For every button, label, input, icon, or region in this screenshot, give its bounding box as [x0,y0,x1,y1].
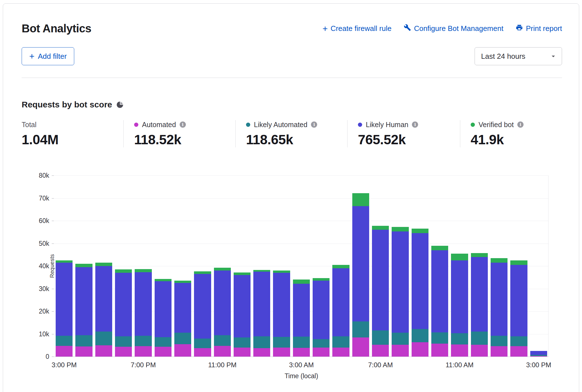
bar-segment-verified-bot[interactable] [214,268,231,271]
bar-segment-likely-automated[interactable] [352,321,369,337]
bar-5:00 AM[interactable] [331,175,351,357]
bar-8:00 PM[interactable] [153,175,173,357]
bar-segment-likely-human[interactable] [214,271,231,335]
bar-segment-verified-bot[interactable] [174,281,191,283]
bar-segment-verified-bot[interactable] [431,246,448,250]
bar-4:00 AM[interactable] [311,175,331,357]
bar-10:00 AM[interactable] [430,175,450,357]
bar-segment-likely-automated[interactable] [313,339,330,348]
bar-2:00 AM[interactable] [272,175,291,357]
bar-segment-likely-human[interactable] [75,267,92,335]
bar-segment-verified-bot[interactable] [135,269,152,272]
bar-segment-automated[interactable] [194,348,211,357]
bar-segment-verified-bot[interactable] [412,229,428,233]
bar-6:00 AM[interactable] [351,175,371,357]
bar-3:00 PM[interactable] [54,175,74,357]
bar-segment-likely-human[interactable] [392,231,409,333]
bar-1:00 PM[interactable] [489,175,509,357]
bar-segment-verified-bot[interactable] [313,278,330,281]
bar-segment-automated[interactable] [174,344,191,357]
bar-7:00 PM[interactable] [133,175,153,357]
bar-segment-automated[interactable] [135,346,152,357]
bar-segment-likely-human[interactable] [135,272,152,336]
bar-8:00 AM[interactable] [390,175,410,357]
bar-segment-verified-bot[interactable] [273,271,290,273]
bar-3:00 AM[interactable] [292,175,311,357]
bar-segment-verified-bot[interactable] [95,263,112,266]
bar-segment-likely-human[interactable] [194,274,211,338]
bar-segment-likely-human[interactable] [273,273,290,337]
bar-segment-likely-human[interactable] [491,263,507,336]
bar-segment-likely-automated[interactable] [253,336,270,348]
bar-segment-automated[interactable] [273,348,290,357]
bar-segment-verified-bot[interactable] [155,279,172,281]
bar-segment-verified-bot[interactable] [56,260,73,263]
bar-segment-likely-human[interactable] [95,266,112,332]
bar-segment-likely-automated[interactable] [332,336,349,348]
bar-segment-likely-automated[interactable] [135,336,152,346]
bar-segment-verified-bot[interactable] [293,280,310,283]
bar-segment-automated[interactable] [392,345,409,357]
bar-segment-likely-automated[interactable] [451,333,468,344]
bar-segment-likely-human[interactable] [412,233,428,329]
bar-segment-automated[interactable] [372,345,389,357]
bar-segment-likely-automated[interactable] [115,336,132,347]
bar-segment-likely-human[interactable] [530,351,547,355]
print-report-link[interactable]: Print report [516,24,562,33]
info-icon[interactable]: i [517,121,524,128]
bar-segment-automated[interactable] [214,346,231,357]
configure-bot-management-link[interactable]: Configure Bot Management [404,24,503,33]
bar-5:00 PM[interactable] [94,175,114,357]
bar-segment-verified-bot[interactable] [115,269,132,273]
bar-11:00 AM[interactable] [450,175,469,357]
time-range-dropdown[interactable]: Last 24 hours [475,47,562,65]
bar-segment-likely-human[interactable] [115,273,132,336]
bar-segment-verified-bot[interactable] [510,260,527,265]
bar-segment-verified-bot[interactable] [332,265,349,268]
bar-segment-likely-automated[interactable] [412,329,428,342]
bar-segment-verified-bot[interactable] [471,253,488,257]
bar-11:00 PM[interactable] [213,175,232,357]
bar-segment-likely-automated[interactable] [510,336,527,346]
bar-segment-verified-bot[interactable] [352,193,369,206]
bar-segment-automated[interactable] [510,346,527,357]
bar-segment-likely-human[interactable] [293,284,310,337]
create-firewall-rule-link[interactable]: + Create firewall rule [322,24,391,33]
bar-segment-likely-automated[interactable] [273,337,290,348]
bar-segment-automated[interactable] [95,345,112,357]
bar-segment-automated[interactable] [253,348,270,357]
bar-segment-automated[interactable] [293,348,310,357]
bar-segment-automated[interactable] [530,356,547,357]
bar-segment-automated[interactable] [471,345,488,357]
bar-segment-automated[interactable] [56,346,73,357]
bar-12:00 PM[interactable] [470,175,489,357]
bar-6:00 PM[interactable] [114,175,133,357]
bar-segment-likely-human[interactable] [174,283,191,333]
bar-segment-likely-human[interactable] [431,250,448,332]
bar-segment-likely-automated[interactable] [75,335,92,346]
info-icon[interactable]: i [180,121,186,128]
bar-segment-verified-bot[interactable] [75,264,92,267]
bar-segment-likely-human[interactable] [56,263,73,336]
bar-segment-likely-automated[interactable] [234,337,251,348]
bar-segment-automated[interactable] [412,342,428,357]
bar-segment-automated[interactable] [352,337,369,357]
bar-segment-likely-automated[interactable] [491,336,507,346]
bar-segment-verified-bot[interactable] [451,254,468,260]
bar-segment-automated[interactable] [234,348,251,357]
bar-9:00 PM[interactable] [173,175,193,357]
add-filter-button[interactable]: + Add filter [22,47,74,65]
bar-segment-likely-human[interactable] [155,281,172,337]
bar-segment-likely-human[interactable] [510,265,527,336]
bar-segment-likely-automated[interactable] [392,333,409,345]
bar-segment-automated[interactable] [431,344,448,357]
bar-segment-likely-human[interactable] [471,257,488,332]
bar-segment-verified-bot[interactable] [194,271,211,274]
bar-3:00 PM[interactable] [529,175,549,357]
bar-segment-verified-bot[interactable] [234,272,251,275]
bar-segment-likely-automated[interactable] [293,337,310,348]
bar-segment-likely-human[interactable] [332,268,349,336]
bar-segment-likely-human[interactable] [253,272,270,336]
bar-7:00 AM[interactable] [371,175,390,357]
bar-segment-likely-automated[interactable] [372,330,389,345]
